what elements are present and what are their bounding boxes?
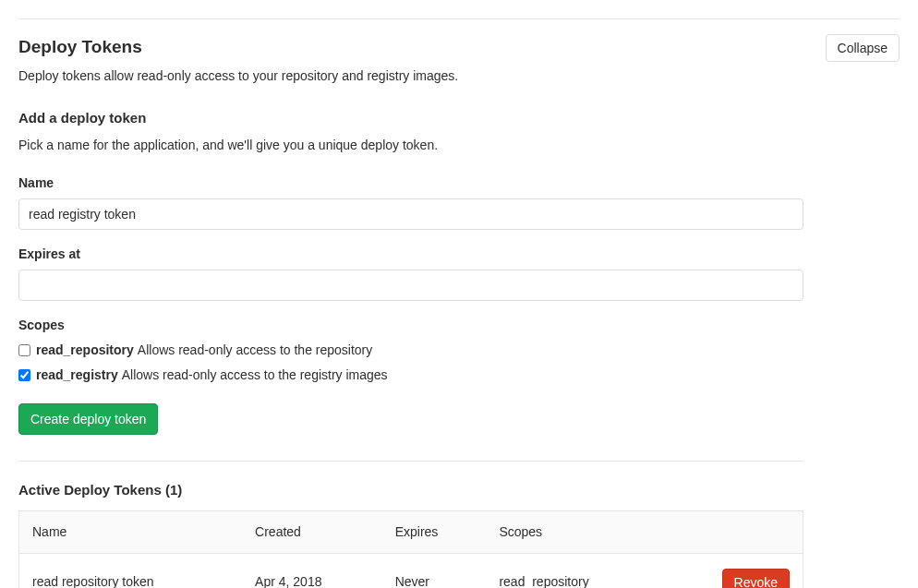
- expires-label: Expires at: [18, 245, 900, 264]
- scope-name: read_repository: [36, 341, 134, 360]
- cell-expires: Never: [382, 553, 487, 588]
- scope-checkbox-read-registry[interactable]: [18, 369, 30, 381]
- section-divider: [18, 461, 803, 462]
- scope-row-read-repository: read_repository Allows read-only access …: [18, 341, 900, 360]
- cell-scopes: read_repository: [486, 553, 660, 588]
- expires-input[interactable]: [18, 270, 803, 301]
- name-label: Name: [18, 174, 900, 193]
- add-token-description: Pick a name for the application, and we'…: [18, 136, 900, 155]
- page-title: Deploy Tokens: [18, 34, 826, 61]
- scope-desc: Allows read-only access to the repositor…: [138, 341, 372, 360]
- add-token-heading: Add a deploy token: [18, 108, 900, 129]
- name-input[interactable]: [18, 198, 803, 230]
- table-row: read repository token Apr 4, 2018 Never …: [19, 553, 803, 588]
- col-scopes: Scopes: [486, 510, 660, 553]
- col-name: Name: [19, 510, 243, 553]
- revoke-button[interactable]: Revoke: [722, 569, 790, 589]
- active-tokens-heading: Active Deploy Tokens (1): [18, 480, 803, 501]
- cell-created: Apr 4, 2018: [242, 553, 382, 588]
- active-tokens-table: Name Created Expires Scopes read reposit…: [18, 510, 803, 589]
- col-actions: [661, 510, 803, 553]
- collapse-button[interactable]: Collapse: [826, 34, 900, 62]
- col-expires: Expires: [382, 510, 487, 553]
- scope-name: read_registry: [36, 366, 118, 385]
- scopes-label: Scopes: [18, 316, 900, 335]
- scope-checkbox-read-repository[interactable]: [18, 344, 30, 356]
- create-deploy-token-button[interactable]: Create deploy token: [18, 403, 158, 435]
- cell-name: read repository token: [19, 553, 243, 588]
- scope-row-read-registry: read_registry Allows read-only access to…: [18, 366, 900, 385]
- scope-desc: Allows read-only access to the registry …: [122, 366, 388, 385]
- col-created: Created: [242, 510, 382, 553]
- table-header-row: Name Created Expires Scopes: [19, 510, 803, 553]
- page-subtitle: Deploy tokens allow read-only access to …: [18, 66, 826, 86]
